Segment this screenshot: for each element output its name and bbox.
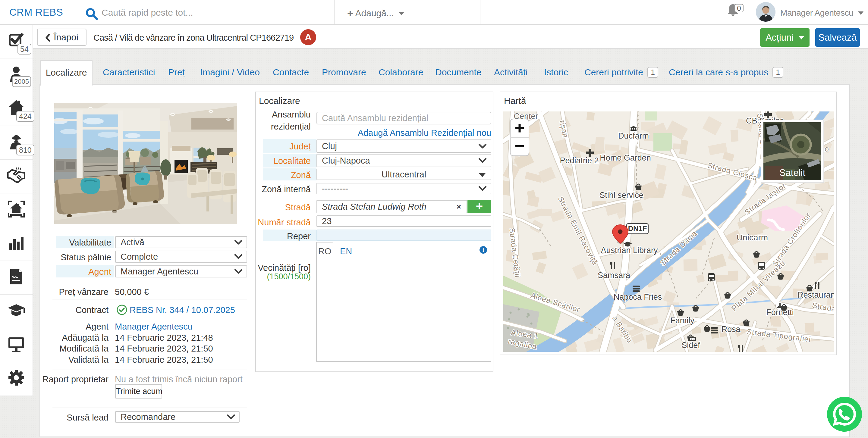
svg-text:Restaurant: Restaurant xyxy=(798,291,834,299)
svg-text:Napoca Fries: Napoca Fries xyxy=(614,293,662,302)
svg-text:Samsara: Samsara xyxy=(598,271,630,280)
svg-text:Satelit: Satelit xyxy=(779,167,806,178)
svg-text:Stihl service: Stihl service xyxy=(599,191,644,200)
svg-text:Austrian Library: Austrian Library xyxy=(601,246,658,255)
svg-text:Pediatrie 2: Pediatrie 2 xyxy=(560,156,598,165)
svg-text:Home Garden: Home Garden xyxy=(600,153,651,162)
svg-text:Unicarm: Unicarm xyxy=(737,233,768,242)
svg-text:DN1F: DN1F xyxy=(628,225,647,233)
svg-text:Fornetti: Fornetti xyxy=(766,308,794,317)
svg-text:Family: Family xyxy=(670,316,694,325)
svg-text:Ducfarm: Ducfarm xyxy=(618,131,649,140)
svg-text:Rosa: Rosa xyxy=(721,325,741,334)
svg-text:Sidef: Sidef xyxy=(681,341,700,350)
